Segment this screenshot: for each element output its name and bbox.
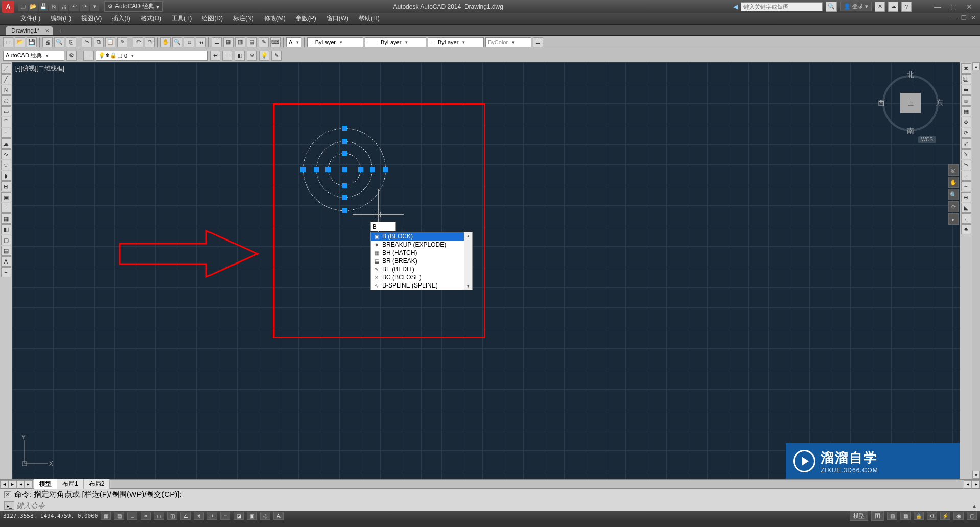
textstyle-dropdown[interactable]: A [286,37,301,47]
layer-freeze-icon[interactable]: ❄ [247,51,257,61]
fillet-icon[interactable]: ◟ [961,213,971,224]
rectangle-icon[interactable]: ▭ [1,106,11,116]
circle-icon[interactable]: ○ [1,128,11,138]
tab-scroll-right-icon[interactable]: ▸ [8,480,16,488]
hscroll-right-icon[interactable]: ▸ [972,480,980,488]
workspace-select[interactable]: AutoCAD 经典 [3,51,64,61]
paste-icon[interactable]: 📋 [105,37,115,47]
clean-screen-icon[interactable]: ▢ [967,512,977,520]
scroll-down-icon[interactable]: ▾ [972,471,980,479]
zoom-window-icon[interactable]: ⧈ [184,37,194,47]
hscroll-left-icon[interactable]: ◂ [964,480,972,488]
mdi-restore-button[interactable]: ❐ [959,14,968,21]
linetype-dropdown[interactable]: —— ByLayer [365,37,426,47]
qat-open-icon[interactable]: 📂 [29,2,38,11]
paperspace-label[interactable]: 图 [871,511,884,521]
grip[interactable] [314,167,319,172]
sheet-set-icon[interactable]: ▤ [247,37,257,47]
extend-icon[interactable]: → [961,171,971,181]
autocomplete-item[interactable]: ▣B (BLOCK) [371,232,464,241]
grip[interactable] [342,139,347,144]
pan-icon[interactable]: ✋ [160,37,171,47]
zoom-previous-icon[interactable]: ⏮ [196,37,206,47]
quickview-drawings-icon[interactable]: ▦ [900,512,911,520]
autocomplete-item[interactable]: ▦BH (HATCH) [371,249,464,257]
grip[interactable] [342,126,347,131]
chamfer-icon[interactable]: ◣ [961,203,971,213]
scale-icon[interactable]: ⤢ [961,138,971,149]
tab-scroll-left-icon[interactable]: ◂ [0,480,8,488]
nav-pan-icon[interactable]: ✋ [948,177,959,188]
cut-icon[interactable]: ✂ [82,37,92,47]
isolate-icon[interactable]: ◉ [953,512,964,520]
mdi-minimize-button[interactable]: — [949,14,959,21]
polyline-icon[interactable]: Ｎ [1,85,11,95]
scroll-down-icon[interactable]: ▾ [464,282,472,290]
horizontal-scrollbar[interactable] [111,480,963,488]
plot-preview-icon[interactable]: 🔍 [54,37,64,47]
line-icon[interactable]: ／ [1,63,11,74]
offset-icon[interactable]: ⧈ [961,95,971,106]
qat-more-icon[interactable]: ▾ [90,2,99,11]
layout2-tab[interactable]: 布局2 [84,479,110,489]
move-icon[interactable]: ✥ [961,117,971,127]
lineweight-dropdown[interactable]: — ByLayer [428,37,484,47]
copy-icon[interactable]: ⧉ [94,37,104,47]
grip[interactable] [325,167,331,172]
annoscale-icon[interactable]: 🔒 [914,512,924,520]
plot-icon[interactable]: 🖨 [42,37,53,47]
trim-icon[interactable]: ✂ [961,160,971,170]
close-cmdline-icon[interactable]: ✕ [4,491,11,498]
menu-parametric[interactable]: 参数(P) [291,13,321,24]
region-icon[interactable]: ▢ [1,235,11,245]
sc-toggle-icon[interactable]: ◎ [260,512,270,520]
grip[interactable] [300,167,306,172]
layer-off-icon[interactable]: 💡 [259,51,269,61]
gradient-icon[interactable]: ◧ [1,224,11,234]
autocomplete-item[interactable]: ✕BC (BCLOSE) [371,273,464,281]
xline-icon[interactable]: ╱ [1,74,11,84]
grip[interactable] [370,167,375,172]
insert-block-icon[interactable]: ⊞ [1,181,11,191]
qat-plot-icon[interactable]: 🖨 [59,2,68,11]
grip[interactable] [342,195,347,200]
3dosnap-toggle-icon[interactable]: ◫ [167,512,177,520]
dyn-toggle-icon[interactable]: + [207,512,217,520]
drawing-canvas[interactable]: [-][俯视][二维线框] 上 北 南 东 西 WCS ◎ ✋ 🔍 ⟳ ▸ [12,62,960,479]
ducs-toggle-icon[interactable]: ↯ [194,512,204,520]
am-toggle-icon[interactable]: A [273,512,284,520]
window-minimize-button[interactable]: — [930,2,945,12]
autocomplete-item[interactable]: ✸BREAKUP (EXPLODE) [371,241,464,249]
make-block-icon[interactable]: ▣ [1,192,11,202]
match-icon[interactable]: ✎ [117,37,127,47]
tab-scroll-last-icon[interactable]: ▸| [25,480,33,488]
tool-palettes-icon[interactable]: ▥ [235,37,245,47]
layer-iso-icon[interactable]: ◧ [235,51,245,61]
menu-format[interactable]: 格式(O) [135,13,167,24]
infocenter-search-input[interactable] [741,2,823,11]
coords-display[interactable]: 3127.3558, 1494.4759, 0.0000 [3,513,98,519]
break-at-icon[interactable]: ╌ [961,181,971,191]
markup-icon[interactable]: ✎ [259,37,269,47]
hatch-icon[interactable]: ▦ [1,213,11,224]
layer-dropdown[interactable]: 💡❄🔒▢ 0 [96,51,208,61]
nav-showmotion-icon[interactable]: ▸ [948,213,959,225]
viewcube[interactable]: 上 北 南 东 西 [880,73,941,134]
copy-obj-icon[interactable]: ⿻ [961,74,971,84]
join-icon[interactable]: ⊕ [961,192,971,202]
menu-edit[interactable]: 编辑(E) [45,13,76,24]
ellipse-icon[interactable]: ⬭ [1,160,11,170]
sign-in-button[interactable]: 👤 登录 ▾ [840,2,872,11]
scroll-up-icon[interactable]: ▴ [464,232,472,239]
stretch-icon[interactable]: ⇲ [961,149,971,159]
menu-dimension[interactable]: 标注(N) [228,13,259,24]
viewcube-north[interactable]: 北 [907,70,914,80]
spline-icon[interactable]: ∿ [1,149,11,159]
ucs-icon[interactable]: X Y [18,434,54,470]
modelspace-label[interactable]: 模型 [850,511,868,521]
revcloud-icon[interactable]: ☁ [1,138,11,149]
grip[interactable] [383,167,388,172]
properties-icon[interactable]: ☰ [212,37,222,47]
search-icon[interactable]: 🔍 [826,2,837,12]
snap-toggle-icon[interactable]: ▦ [101,512,111,520]
